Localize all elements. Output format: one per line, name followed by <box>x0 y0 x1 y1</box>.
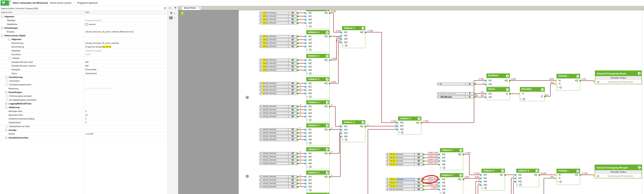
function-block[interactable]: Addierer 4iAI1AI2AI3AI4AQ+ <box>306 170 330 192</box>
tree-toggle-icon[interactable]: − <box>1 16 3 18</box>
input-arrow-icon[interactable] <box>305 112 306 114</box>
input-reference-pill[interactable]: isolcast_forecast...VI <box>259 128 297 131</box>
property-row[interactable]: Als Digitaleingang verwenden <box>0 98 168 102</box>
loxone-health-logo[interactable] <box>0 0 10 6</box>
color-swatch[interactable] <box>85 23 88 26</box>
property-row[interactable]: Eingangsolcast_forecasts_55_pv##_estimat… <box>0 30 168 34</box>
output-nipple-icon[interactable] <box>329 12 331 14</box>
output-nipple-icon[interactable] <box>462 178 464 180</box>
input-reference-pill[interactable]: i305 MinutenC <box>437 96 474 98</box>
input-reference-pill[interactable]: isolcast_forecast...VI <box>259 175 297 178</box>
input-arrow-icon[interactable] <box>438 163 440 166</box>
info-icon[interactable]: i <box>506 88 509 91</box>
input-arrow-icon[interactable] <box>438 153 440 156</box>
output-nipple-icon[interactable] <box>329 36 331 38</box>
input-reference-pill[interactable]: isolcast_forecast...VI <box>259 105 297 108</box>
output-nipple-icon[interactable] <box>423 153 425 155</box>
input-arrow-icon[interactable] <box>438 185 440 187</box>
output-nipple-icon[interactable] <box>423 157 425 159</box>
input-arrow-icon[interactable] <box>305 129 306 131</box>
input-arrow-icon[interactable] <box>518 93 520 95</box>
add-input-icon[interactable]: + <box>309 49 312 51</box>
input-arrow-icon[interactable] <box>305 152 306 155</box>
property-value[interactable]: 0 <box>85 110 86 112</box>
input-arrow-icon[interactable] <box>305 156 306 158</box>
function-block[interactable]: Addierer 4iAI1AI2AI3AI4AQ+ <box>342 120 365 142</box>
output-nipple-icon[interactable] <box>364 126 366 127</box>
tree-toggle-icon[interactable]: − <box>5 106 7 108</box>
input-reference-pill[interactable]: isolcast_forecast...VI <box>259 69 297 72</box>
output-nipple-icon[interactable] <box>423 188 425 190</box>
property-row[interactable]: −Validierung <box>0 106 168 109</box>
input-arrow-icon[interactable] <box>305 22 306 24</box>
property-row[interactable]: AnschlussVI114 <box>0 53 168 57</box>
input-reference-pill[interactable]: isolcast_forecast...VI <box>259 12 297 14</box>
input-reference-pill[interactable]: isolcast_forecast...VI <box>259 18 297 21</box>
filter-dropdown-icon[interactable]: ▾ <box>174 12 175 15</box>
info-icon[interactable]: i <box>326 148 328 151</box>
property-row[interactable]: +Simulation/LiveView <box>0 136 168 140</box>
input-arrow-icon[interactable] <box>305 15 306 18</box>
output-nipple-icon[interactable] <box>538 174 540 176</box>
output-nipple-icon[interactable] <box>329 153 331 154</box>
info-icon[interactable]: i <box>326 55 328 57</box>
expand-triangle-icon[interactable] <box>307 49 308 51</box>
input-arrow-icon[interactable] <box>480 177 482 179</box>
function-block[interactable]: Addierer 4iAI1AI2AI3AI4AQ+ <box>306 147 330 169</box>
property-value[interactable]: Progonose Morgen <box>85 46 103 48</box>
input-reference-pill[interactable]: isolcast_forecast...VI <box>259 38 297 41</box>
property-value[interactable]: solcast_forecasts_55_pv##_estimate (Mini… <box>85 31 134 33</box>
info-icon[interactable]: i <box>576 75 579 78</box>
property-row[interactable]: Statistik <box>0 57 168 60</box>
output-nipple-icon[interactable] <box>509 93 511 95</box>
input-arrow-icon[interactable] <box>438 182 440 184</box>
input-arrow-icon[interactable] <box>305 182 306 185</box>
expand-triangle-icon[interactable] <box>482 187 484 189</box>
function-block[interactable]: Addierer 4i <box>306 193 330 194</box>
input-arrow-icon[interactable] <box>305 62 306 65</box>
input-arrow-icon[interactable] <box>340 129 342 131</box>
property-row[interactable]: Visualisierungskennwort <box>0 83 168 87</box>
expand-triangle-icon[interactable] <box>557 181 558 183</box>
input-reference-pill[interactable]: isolcast_forecast...VI <box>259 15 297 18</box>
input-arrow-icon[interactable] <box>305 159 306 161</box>
expand-triangle-icon[interactable] <box>307 73 308 74</box>
input-arrow-icon[interactable] <box>396 122 398 124</box>
property-value[interactable]: 10 <box>85 114 88 116</box>
property-row[interactable]: −Referenziertes Objekt <box>0 34 168 38</box>
input-arrow-icon[interactable] <box>438 160 440 162</box>
input-arrow-icon[interactable] <box>340 41 342 44</box>
pin-button[interactable] <box>180 12 184 15</box>
property-value[interactable]: Alle <box>85 65 88 67</box>
function-block[interactable]: Addierer 4iAI1AI2AI3AI4AQ+ <box>306 123 330 145</box>
expand-triangle-icon[interactable] <box>440 167 442 169</box>
tab-label[interactable]: Smart Home <box>184 7 196 9</box>
tree-toggle-icon[interactable]: − <box>1 35 3 37</box>
info-icon[interactable]: i <box>460 174 462 177</box>
input-arrow-icon[interactable] <box>305 109 306 111</box>
input-arrow-icon[interactable] <box>305 105 306 108</box>
input-arrow-icon[interactable] <box>340 132 342 134</box>
info-icon[interactable]: i <box>506 75 509 77</box>
info-icon[interactable]: i <box>326 31 328 34</box>
output-nipple-icon[interactable] <box>420 122 422 124</box>
input-reference-pill[interactable]: isolcast_forecast...VI <box>259 112 297 115</box>
input-reference-pill[interactable]: isolcast_forecast...VI <box>259 185 297 188</box>
function-block[interactable]: Addierer 4iAI1AI2AI3AI4AQ+ <box>440 173 463 194</box>
input-arrow-icon[interactable] <box>305 59 306 61</box>
input-reference-pill[interactable]: isolcast_forecast...VI <box>386 181 423 184</box>
input-arrow-icon[interactable] <box>305 42 306 44</box>
expand-triangle-icon[interactable] <box>342 139 344 140</box>
info-icon[interactable]: i <box>418 117 420 120</box>
property-value[interactable]: 0 <box>85 121 86 124</box>
input-arrow-icon[interactable] <box>485 93 487 95</box>
expand-triangle-icon[interactable] <box>307 25 308 27</box>
property-row[interactable]: Bezeichnungsolcast_forecasts_55_pv##_est… <box>0 41 168 45</box>
input-arrow-icon[interactable] <box>515 174 516 176</box>
output-nipple-icon[interactable] <box>580 174 581 176</box>
input-reference-pill[interactable]: isolcast_forecast...VI <box>259 82 297 85</box>
property-value[interactable]: Technikraum <box>85 72 97 75</box>
input-reference-pill[interactable]: iMinuten seit Mittern...T <box>437 92 474 95</box>
input-arrow-icon[interactable] <box>480 174 482 176</box>
property-value[interactable]: Eingangsreferenz <box>85 19 101 22</box>
